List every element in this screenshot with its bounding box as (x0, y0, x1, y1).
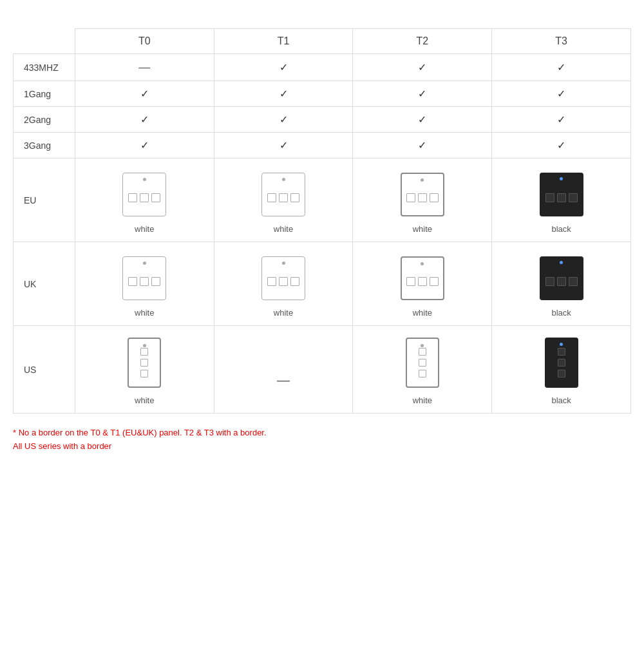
switch-button (557, 193, 566, 202)
device-visual: black (497, 338, 625, 405)
region-label: EU (14, 158, 75, 242)
device-cell: white (214, 242, 353, 326)
table-row: 3Gang✓✓✓✓ (14, 133, 631, 158)
switch-button (290, 277, 299, 286)
table-row: 433MHZ—✓✓✓ (14, 54, 631, 81)
switch-button (545, 277, 554, 286)
device-caption: white (135, 224, 154, 234)
region-rows: EUwhitewhitewhiteblackUKwhitewhitewhiteb… (14, 158, 631, 414)
switch-button (558, 359, 565, 367)
feature-value-t1: ✓ (214, 54, 353, 81)
feature-value-t3: ✓ (492, 54, 631, 81)
device-caption: white (413, 224, 432, 234)
device-visual: — (220, 355, 348, 405)
table-header-row: T0 T1 T2 T3 (14, 29, 631, 54)
switch-button (558, 370, 565, 377)
device-cell: black (492, 242, 631, 326)
device-caption: black (551, 396, 571, 405)
switch-button (140, 370, 148, 377)
feature-value-t2: ✓ (353, 54, 492, 81)
switch-button (140, 348, 148, 356)
col-header-t2: T2 (353, 29, 492, 54)
device-visual: black (497, 256, 625, 318)
feature-value-t2: ✓ (353, 81, 492, 107)
device-visual: white (80, 338, 209, 405)
switch-button (267, 277, 276, 286)
device-caption: black (551, 308, 571, 318)
device-visual: white (80, 256, 209, 318)
device-visual: white (358, 173, 486, 234)
switch-button (419, 348, 426, 356)
wifi-indicator (421, 262, 424, 265)
device-cell: black (492, 158, 631, 242)
switch-button (406, 277, 415, 286)
footnote-line: All US series with a border (13, 440, 631, 453)
switch-button (151, 193, 160, 202)
switch-button (558, 348, 565, 356)
table-row: 1Gang✓✓✓✓ (14, 81, 631, 107)
col-header-t1: T1 (214, 29, 353, 54)
region-label: UK (14, 242, 75, 326)
device-visual: white (80, 173, 209, 234)
region-row: EUwhitewhitewhiteblack (14, 158, 631, 242)
feature-value-t0: — (75, 54, 214, 81)
feature-value-t3: ✓ (492, 107, 631, 133)
device-cell: white (75, 242, 214, 326)
switch-button (290, 193, 299, 202)
switch-button (419, 370, 426, 377)
region-row: UKwhitewhitewhiteblack (14, 242, 631, 326)
switch-button (151, 277, 160, 286)
footnote: * No a border on the T0 & T1 (EU&UK) pan… (13, 426, 631, 453)
wifi-indicator (560, 343, 563, 346)
device-cell: — (214, 326, 353, 414)
switch-button (267, 193, 276, 202)
feature-label: 3Gang (14, 133, 75, 158)
feature-value-t0: ✓ (75, 107, 214, 133)
wifi-indicator (560, 261, 563, 264)
col-header-empty (14, 29, 75, 54)
device-cell: white (353, 242, 492, 326)
device-cell: white (75, 158, 214, 242)
switch-button (140, 277, 149, 286)
switch-button (406, 193, 415, 202)
switch-button (140, 359, 148, 367)
device-caption: white (274, 308, 293, 318)
feature-value-t3: ✓ (492, 81, 631, 107)
device-visual: black (497, 173, 625, 234)
device-visual: white (358, 256, 486, 318)
device-cell: white (75, 326, 214, 414)
device-caption: black (551, 224, 571, 234)
footnote-line: * No a border on the T0 & T1 (EU&UK) pan… (13, 426, 631, 440)
feature-value-t1: ✓ (214, 81, 353, 107)
col-header-t3: T3 (492, 29, 631, 54)
wifi-indicator (143, 178, 146, 181)
device-visual: white (358, 338, 486, 405)
wifi-indicator (282, 262, 285, 265)
feature-value-t2: ✓ (353, 133, 492, 158)
device-caption: white (274, 224, 293, 234)
table-row: 2Gang✓✓✓✓ (14, 107, 631, 133)
device-caption: white (135, 308, 154, 318)
wifi-indicator (560, 177, 563, 180)
switch-button (545, 193, 554, 202)
switch-button (418, 277, 427, 286)
device-visual: white (220, 256, 348, 318)
switch-button (279, 277, 288, 286)
wifi-indicator (282, 178, 285, 181)
switch-button (557, 277, 566, 286)
device-cell: white (353, 326, 492, 414)
switch-button (279, 193, 288, 202)
switch-button (128, 277, 137, 286)
switch-button (418, 193, 427, 202)
switch-button (430, 277, 439, 286)
region-label: US (14, 326, 75, 414)
device-cell: white (353, 158, 492, 242)
dash-indicator: — (277, 355, 290, 405)
wifi-indicator (421, 344, 424, 347)
switch-button (419, 359, 426, 367)
wifi-indicator (421, 178, 424, 182)
feature-value-t3: ✓ (492, 133, 631, 158)
feature-value-t1: ✓ (214, 107, 353, 133)
switch-button (569, 277, 578, 286)
device-cell: white (214, 158, 353, 242)
